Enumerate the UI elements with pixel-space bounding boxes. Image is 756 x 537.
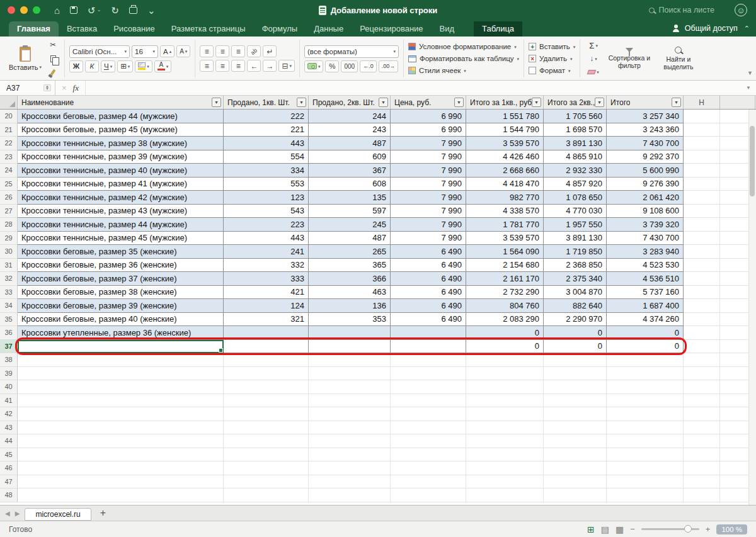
cell[interactable]: Кроссовки теннисные, размер 44 (мужские) (18, 218, 224, 232)
fill-color-button[interactable]: ▾ (135, 60, 152, 72)
zoom-in-button[interactable]: + (706, 524, 711, 534)
cell[interactable] (684, 353, 720, 367)
cell[interactable]: Кроссовки беговые, размер 44 (мужские) (18, 110, 224, 123)
format-painter-button[interactable] (46, 67, 60, 79)
align-top-button[interactable]: ≡ (200, 45, 214, 57)
cell[interactable]: 0 (544, 340, 607, 354)
cell[interactable] (544, 367, 607, 381)
cell[interactable] (544, 434, 607, 448)
cell[interactable]: 7 990 (391, 137, 466, 150)
row-header[interactable]: 43 (0, 421, 18, 435)
cell[interactable]: 6 990 (391, 110, 466, 123)
cell[interactable]: 421 (224, 286, 309, 300)
cell[interactable] (544, 489, 607, 502)
clear-button[interactable]: ▾ (585, 66, 602, 78)
cell[interactable] (607, 489, 684, 502)
cell[interactable]: 882 640 (544, 299, 607, 313)
cell[interactable] (466, 448, 544, 462)
cell[interactable]: Кроссовки теннисные, размер 40 (мужские) (18, 164, 224, 178)
cell[interactable] (309, 434, 391, 448)
cell[interactable] (391, 421, 466, 435)
cell[interactable] (544, 380, 607, 394)
cell[interactable] (684, 205, 720, 218)
cell[interactable]: 223 (224, 218, 309, 232)
row-header[interactable]: 23 (0, 150, 18, 164)
increase-indent-button[interactable]: → (263, 60, 277, 72)
cell[interactable]: 1 698 570 (544, 123, 607, 137)
cell[interactable]: Кроссовки беговые, размер 37 (женские) (18, 272, 224, 286)
ribbon-tab[interactable]: Вид (432, 21, 463, 37)
select-all-corner[interactable] (0, 96, 18, 109)
row-header[interactable]: 46 (0, 461, 18, 475)
orientation-button[interactable]: ab (247, 45, 261, 57)
ribbon-tab[interactable]: Рисование (105, 21, 163, 37)
zoom-level-badge[interactable]: 100 % (716, 524, 747, 534)
align-right-button[interactable]: ≡ (231, 60, 245, 72)
filter-button[interactable]: ▼ (379, 98, 388, 107)
cell[interactable]: 543 (224, 205, 309, 218)
cell[interactable]: 443 (224, 137, 309, 150)
cell[interactable]: 1 705 560 (544, 110, 607, 123)
cell[interactable] (544, 461, 607, 475)
cell[interactable]: 7 990 (391, 218, 466, 232)
align-middle-button[interactable]: ≡ (215, 45, 229, 57)
cell[interactable] (544, 407, 607, 421)
row-header[interactable]: 33 (0, 286, 18, 300)
cell[interactable]: 1 781 770 (466, 218, 544, 232)
cell[interactable]: 4 857 920 (544, 178, 607, 191)
cell[interactable]: 124 (224, 299, 309, 313)
cell[interactable] (684, 245, 720, 259)
cell[interactable] (684, 164, 720, 178)
cell[interactable] (391, 380, 466, 394)
sheet-search-field[interactable]: Поиск на листе (649, 0, 714, 20)
cell[interactable]: Кроссовки утепленные, размер 36 (женские… (18, 326, 224, 340)
cell[interactable] (309, 353, 391, 367)
row-header[interactable]: 29 (0, 232, 18, 246)
cell[interactable]: 7 990 (391, 178, 466, 191)
cell[interactable] (391, 353, 466, 367)
cell[interactable]: Кроссовки теннисные, размер 39 (мужские) (18, 150, 224, 164)
cell[interactable]: 9 276 390 (607, 178, 684, 191)
cell[interactable]: 804 760 (466, 299, 544, 313)
find-select-button[interactable]: Найти и выделить (656, 47, 701, 71)
cell[interactable] (391, 461, 466, 475)
cell[interactable]: Кроссовки беговые, размер 45 (мужские) (18, 123, 224, 137)
cell[interactable]: 463 (309, 286, 391, 300)
format-as-table-button[interactable]: Форматировать как таблицу ▾ (408, 54, 519, 64)
collapse-ribbon-icon[interactable]: ⌃ (744, 25, 750, 33)
cell[interactable]: 9 292 370 (607, 150, 684, 164)
cell[interactable] (224, 394, 309, 408)
cell[interactable] (684, 394, 720, 408)
merge-center-button[interactable]: ⊟▾ (278, 60, 295, 72)
decrease-indent-button[interactable]: ← (247, 60, 261, 72)
font-color-button[interactable]: А▾ (154, 60, 172, 72)
cell[interactable]: 608 (309, 178, 391, 191)
cell[interactable]: 243 (309, 123, 391, 137)
column-header[interactable]: Цена, руб.▼ (391, 96, 466, 109)
cell[interactable] (224, 475, 309, 489)
row-header[interactable]: 32 (0, 272, 18, 286)
cell[interactable] (684, 326, 720, 340)
cell[interactable]: 443 (224, 232, 309, 246)
cell[interactable]: 7 430 700 (607, 137, 684, 150)
row-header[interactable]: 22 (0, 137, 18, 150)
cell[interactable] (684, 489, 720, 502)
cell[interactable] (684, 421, 720, 435)
print-button[interactable] (129, 7, 137, 14)
cell[interactable] (684, 299, 720, 313)
cell[interactable] (466, 489, 544, 502)
cell[interactable] (466, 394, 544, 408)
zoom-slider-knob[interactable] (684, 525, 692, 533)
cell[interactable]: Кроссовки теннисные, размер 43 (мужские) (18, 205, 224, 218)
cell[interactable]: 2 154 680 (466, 259, 544, 273)
cell[interactable]: 332 (224, 259, 309, 273)
cell[interactable]: 487 (309, 137, 391, 150)
cell[interactable] (684, 123, 720, 137)
cell[interactable] (607, 421, 684, 435)
cell[interactable]: 4 338 570 (466, 205, 544, 218)
shrink-font-button[interactable]: А▾ (176, 45, 190, 57)
cell[interactable] (391, 394, 466, 408)
paste-button[interactable]: Вставить▾ (8, 40, 42, 77)
cut-button[interactable]: ✂ (46, 39, 60, 51)
cell[interactable] (466, 475, 544, 489)
